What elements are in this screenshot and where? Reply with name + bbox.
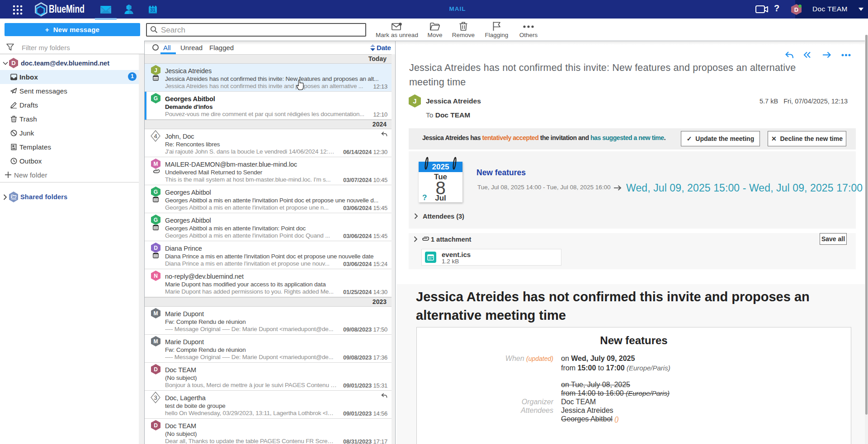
svg-text:31: 31 xyxy=(150,7,156,13)
svg-text:3: 3 xyxy=(154,394,157,401)
svg-text:4: 4 xyxy=(154,133,157,140)
